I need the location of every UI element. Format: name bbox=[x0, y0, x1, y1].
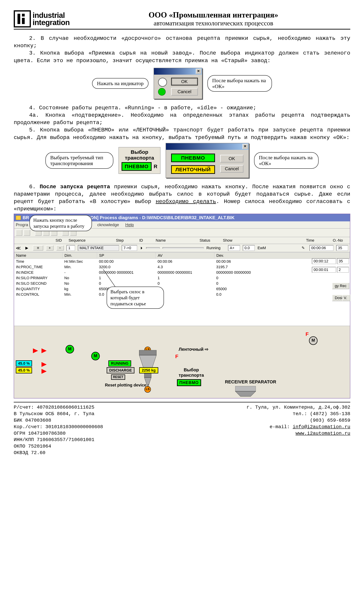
svg-rect-2 bbox=[22, 14, 25, 16]
r-label: R bbox=[154, 163, 157, 169]
time-row-3: 00:00:012 bbox=[312, 267, 349, 273]
name-field[interactable] bbox=[163, 247, 204, 249]
table-row: IN:SILO SECONDNo000 bbox=[14, 281, 350, 286]
para-2: 2. В случае необходимости «досрочного» о… bbox=[14, 35, 350, 49]
ono-field: 35 bbox=[336, 245, 348, 251]
para-4: 4. Состояние работы рецепта. «Running» -… bbox=[14, 104, 350, 112]
f-label: F bbox=[306, 331, 309, 337]
table-row: IN:CONTROLMin.0.00.00.0 bbox=[14, 292, 350, 297]
footer-left: Р/счет: 40702810866060111625 В Тульском … bbox=[14, 404, 103, 456]
process-diagram: 45.0 % 45.0 % M M LS LS RUNNING DISCHARG… bbox=[14, 326, 350, 398]
table-row: IN:SILO PRIMARYNo110 bbox=[14, 275, 350, 281]
option-lentochny-button[interactable]: ЛЕНТОЧНЫЙ bbox=[171, 165, 215, 174]
callout-select-transport: Выбрать требуемый тип транспортирования bbox=[45, 152, 113, 169]
logo-text-1: industrial bbox=[32, 12, 70, 19]
title-path: ION] Process diagrams - D:\WINDCS\BILDER… bbox=[89, 215, 235, 220]
email-link[interactable]: info@i2automation.ru bbox=[293, 424, 350, 430]
option-pnevmo-button[interactable]: ПНЕВМО bbox=[171, 154, 215, 162]
svg-rect-1 bbox=[18, 14, 20, 24]
arrow-icon bbox=[42, 348, 47, 353]
para-4a: 4а. Кнопка «подтверждение». Необходимо н… bbox=[14, 112, 350, 126]
para-6: 6. После запуска рецепта приемки сырья, … bbox=[14, 183, 350, 213]
title-prefix: BR bbox=[23, 215, 29, 220]
motor-icon: M bbox=[309, 336, 318, 345]
transport-label: Выбортранспорта bbox=[179, 367, 204, 378]
tool-button[interactable] bbox=[24, 230, 30, 236]
gauge-2: 45.0 % bbox=[16, 367, 32, 373]
status-value: Running bbox=[207, 246, 225, 250]
process-window: Нажать кнопку после запуска рецепта в ра… bbox=[14, 214, 350, 398]
weight-indicator: 2250 kg bbox=[139, 367, 158, 373]
transport-current-button[interactable]: ПНЕВМО bbox=[122, 162, 152, 171]
sid-field[interactable]: 1 bbox=[66, 245, 75, 251]
gyrec-button[interactable]: gy Rec bbox=[332, 283, 349, 289]
ok-button[interactable]: OK bbox=[220, 155, 243, 162]
callout-press-ok: После выбора нажать на «ОК» bbox=[208, 75, 272, 92]
discharge-button[interactable]: DISCHARGE bbox=[107, 367, 135, 373]
parameters-table: Name Dim. SP AV Dev. TimeHr:Min:Sec00:00… bbox=[14, 252, 350, 326]
logo-icon bbox=[14, 10, 31, 27]
f-label: F bbox=[175, 354, 178, 359]
gauge-1: 45.0 % bbox=[16, 360, 32, 366]
svg-marker-10 bbox=[235, 391, 256, 397]
reset-button[interactable]: RESET bbox=[111, 375, 125, 380]
svg-rect-3 bbox=[22, 18, 25, 24]
svg-rect-5 bbox=[139, 350, 156, 355]
dialog-transport: ✕ ПНЕВМО ЛЕНТОЧНЫЙ OK Cancel bbox=[166, 143, 249, 178]
sequence-field[interactable]: MALT INTAKE bbox=[78, 245, 119, 251]
ok-button[interactable]: OK bbox=[171, 78, 198, 86]
cancel-button[interactable]: Cancel bbox=[171, 88, 198, 96]
step-field[interactable]: 7->0 bbox=[122, 245, 137, 251]
speech-start-recipe: Нажать кнопку после запуска рецепта в ра… bbox=[30, 215, 92, 231]
footer-right: г. Тула, ул. Коминтерна, д.24,оф.302 тел… bbox=[247, 404, 350, 456]
table-row: TimeHr:Min:Sec00:00:0000:00:0600:00:06 bbox=[14, 259, 350, 264]
receiver-label: RECEIVER SEPARATOR bbox=[225, 379, 276, 385]
motor-icon: M bbox=[91, 352, 100, 360]
callout-press-indicator: Нажать на индикатор bbox=[92, 78, 148, 89]
tool-button[interactable] bbox=[16, 230, 22, 236]
radio-indicator[interactable] bbox=[158, 78, 167, 87]
arrow-icon bbox=[33, 348, 38, 353]
motor-icon: M bbox=[65, 345, 74, 354]
v-button[interactable]: V. bbox=[343, 295, 350, 301]
table-row: IN:QUANTITYkg65000065000 bbox=[14, 286, 350, 292]
reset-plot-label: Reset plotting device : bbox=[105, 383, 149, 387]
table-row: IN:INDICE-00000000 0000000100000000 0000… bbox=[14, 270, 350, 275]
speech-select-silo: Выбрать силос в который будет подаваться… bbox=[107, 287, 164, 309]
arrow-icon bbox=[42, 369, 47, 374]
callout-press-ok-2: После выбора нажать на «ОК» bbox=[254, 152, 319, 169]
page-footer: Р/счет: 40702810866060111625 В Тульском … bbox=[14, 402, 350, 456]
site-link[interactable]: www.i2automation.ru bbox=[296, 431, 350, 436]
tagline: автоматизация технологических процессов bbox=[76, 19, 350, 27]
app-icon bbox=[16, 215, 21, 220]
table-row: IN:PROC_TIMEMin.3200.04.33195.7 bbox=[14, 264, 350, 270]
svg-rect-9 bbox=[235, 386, 256, 391]
time-row-2: 00:00:1235 bbox=[312, 258, 349, 264]
para-5: 5. Кнопка выбора «ПНЕВМО» или «ЛЕНТОЧНЫЙ… bbox=[14, 126, 350, 141]
transport-panel: Выбор транспорта ПНЕВМО R bbox=[118, 147, 160, 174]
arrow-icon bbox=[42, 362, 47, 367]
pnevmo-button[interactable]: ПНЕВМО bbox=[177, 379, 201, 386]
page-header: industrial integration ООО «Промышленная… bbox=[14, 10, 350, 30]
close-icon[interactable]: ✕ bbox=[196, 69, 201, 74]
sequence-labels-row: SID Sequence Step ID Name Status Show Ti… bbox=[14, 237, 350, 244]
para-3: 3. Кнопка выбора «Приемка сырья на новый… bbox=[14, 49, 350, 64]
sequence-values-row: ≪ ▶ ≡ + − 1 MALT INTAKE 7->0 ⏵ Running A… bbox=[14, 244, 350, 252]
running-indicator: RUNNING bbox=[108, 360, 131, 366]
logo: industrial integration bbox=[14, 10, 70, 27]
cancel-button[interactable]: Cancel bbox=[220, 165, 243, 173]
dialog-ok-cancel: ✕ OK Cancel bbox=[154, 68, 202, 99]
time-field: 00:00:06 bbox=[310, 245, 333, 251]
close-icon[interactable]: ✕ bbox=[242, 144, 248, 149]
id-field[interactable] bbox=[146, 247, 160, 249]
lentochny-label: Ленточный ⇨ bbox=[179, 347, 208, 352]
transport-label-2: транспорта bbox=[122, 155, 157, 161]
company-name: ООО «Промышленная интеграция» bbox=[76, 10, 350, 19]
separator-icon bbox=[235, 386, 256, 398]
transport-label-1: Выбор bbox=[122, 149, 157, 155]
logo-text-2: integration bbox=[32, 19, 70, 26]
indicator-green-icon[interactable] bbox=[158, 88, 166, 96]
